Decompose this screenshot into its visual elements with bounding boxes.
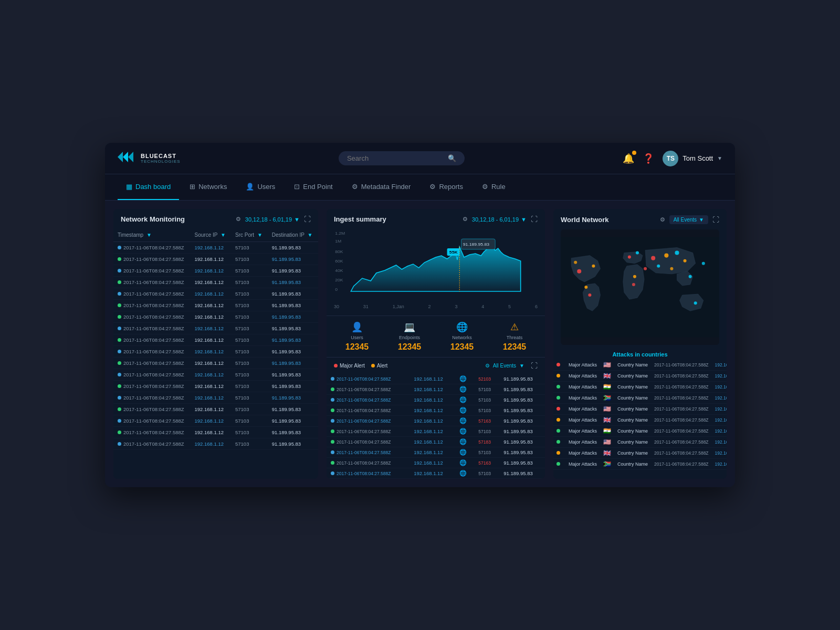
alert-src-ip: 192.168.1.12 (410, 437, 455, 447)
chart-area: 1.2M 1M 80K 60K 40K 20K 0 91.189.95.83 5… (327, 228, 545, 316)
table-row: 2017-11-06T08:04:27.588Z 192.168.1.12 57… (113, 300, 318, 311)
users-stat-label: Users (351, 335, 363, 340)
timestamp: 2017-11-06T08:04:27.588Z (123, 279, 184, 285)
attack-dot (556, 407, 560, 411)
nav-endpoint[interactable]: ⊡ End Point (286, 174, 341, 200)
threats-stat-icon: ⚠ (510, 321, 519, 333)
attack-ip: 192.168.1.12 (712, 459, 727, 470)
source-ip: 192.168.1.12 (191, 288, 231, 300)
date-filter[interactable]: 30,12,18 - 6,01,19 ▼ (245, 216, 300, 223)
search-input[interactable] (347, 154, 444, 162)
nav-users[interactable]: 👤 Users (237, 174, 284, 200)
table-row: 2017-11-06T08:04:27.588Z 192.168.1.12 57… (113, 242, 318, 254)
svg-text:0: 0 (335, 287, 338, 292)
alert-dest: 91.189.95.83 (499, 374, 545, 384)
attack-ts: 2017-11-06T08:04:27.588Z (651, 360, 712, 371)
ingest-filter-icon[interactable]: ⚙ (463, 216, 468, 223)
attack-ts: 2017-11-06T08:04:27.588Z (651, 437, 712, 448)
country-name: Country Name (614, 437, 651, 448)
help-icon[interactable]: ❓ (643, 153, 654, 164)
alert-globe-icon: 🌐 (455, 395, 474, 405)
alert-label: Alert (377, 363, 388, 369)
user-name: Tom Scott (682, 154, 713, 162)
status-dot (118, 361, 121, 365)
networks-stat-label: Networks (452, 335, 472, 340)
world-filter-icon[interactable]: ⚙ (660, 216, 665, 223)
notification-icon[interactable]: 🔔 (623, 153, 634, 164)
threats-stat-value: 12345 (503, 342, 527, 352)
source-ip: 192.168.1.12 (191, 346, 231, 358)
dashboard-icon: ▦ (126, 183, 132, 191)
svg-point-28 (689, 275, 692, 278)
alert-src-ip: 192.168.1.12 (410, 405, 455, 416)
source-ip: 192.168.1.12 (191, 369, 231, 381)
alert-dot (371, 364, 375, 368)
timestamp: 2017-11-06T08:04:27.588Z (123, 326, 184, 331)
attack-type: Major Attacks (565, 371, 600, 382)
attack-ts: 2017-11-06T08:04:27.588Z (651, 382, 712, 393)
alert-globe-icon: 🌐 (455, 384, 474, 395)
ingest-expand-icon[interactable]: ⛶ (531, 215, 538, 223)
svg-point-20 (592, 265, 595, 268)
network-table: Timestamp ▼ Source IP ▼ Src Port ▼ Desti… (113, 228, 318, 450)
alert-dest: 91.189.95.83 (499, 405, 545, 416)
status-dot (118, 257, 121, 261)
nav-reports[interactable]: ⚙ Reports (421, 174, 471, 200)
source-ip: 192.168.1.12 (191, 323, 231, 334)
dest-ip: 91.189.95.83 (268, 277, 318, 288)
country-name: Country Name (614, 459, 651, 470)
attack-ts: 2017-11-06T08:04:27.588Z (651, 371, 712, 382)
src-port: 57103 (231, 323, 268, 334)
ingest-controls: ⚙ 30,12,18 - 6,01,19 ▼ ⛶ (463, 215, 538, 223)
expand-icon[interactable]: ⛶ (304, 215, 311, 223)
col-source-ip[interactable]: Source IP ▼ (191, 228, 231, 242)
world-network-header: World Network ⚙ All Events ▼ ⛶ (553, 209, 727, 229)
attack-type: Major Attacks (565, 404, 600, 415)
search-bar[interactable]: 🔍 (339, 151, 465, 165)
chart-x-labels: 30311,Jan23456 (334, 304, 538, 311)
alert-src-ip: 192.168.1.12 (410, 426, 455, 437)
attack-ip: 192.168.1.12 (712, 360, 727, 371)
col-src-port[interactable]: Src Port ▼ (231, 228, 268, 242)
svg-point-29 (694, 301, 697, 304)
all-events-dropdown[interactable]: All Events ▼ (669, 215, 708, 224)
all-events-filter[interactable]: ⚙ All Events ▼ (485, 363, 524, 369)
users-icon: 👤 (246, 183, 254, 191)
status-dot (118, 407, 121, 411)
world-expand-icon[interactable]: ⛶ (712, 216, 719, 224)
src-port: 57103 (231, 369, 268, 381)
nav-dashboard[interactable]: ▦ Dash board (118, 174, 179, 200)
alert-ts: 2017-11-06T08:04:27.588Z (337, 429, 391, 434)
alert-src-ip: 192.168.1.12 (410, 374, 455, 384)
timestamp: 2017-11-06T08:04:27.588Z (123, 314, 184, 320)
alert-expand-icon[interactable]: ⛶ (531, 362, 538, 370)
stat-networks: 🌐 Networks 12345 (436, 321, 488, 352)
all-events-label: All Events (493, 363, 516, 369)
filter-icon[interactable]: ⚙ (236, 216, 241, 223)
country-name: Country Name (614, 360, 651, 371)
ingest-date-filter[interactable]: 30,12,18 - 6,01,19 ▼ (472, 216, 527, 223)
alert-src-ip: 192.168.1.12 (410, 468, 455, 479)
status-dot (118, 384, 121, 388)
alert-port: 57103 (474, 447, 499, 458)
col-timestamp[interactable]: Timestamp ▼ (113, 228, 191, 242)
user-info[interactable]: TS Tom Scott ▼ (663, 151, 722, 166)
src-port: 57103 (231, 358, 268, 369)
status-dot (118, 246, 121, 249)
nav-networks[interactable]: ⊞ Networks (181, 174, 235, 200)
src-port: 57103 (231, 265, 268, 277)
attack-ip: 192.168.1.12 (712, 426, 727, 437)
major-alert-dot (334, 364, 338, 368)
alert-globe-icon: 🌐 (455, 447, 474, 458)
table-row: 2017-11-06T08:04:27.588Z 192.168.1.12 57… (113, 381, 318, 392)
attack-dot (556, 385, 560, 388)
alert-badge: Alert (371, 363, 388, 369)
nav-dashboard-label: Dash board (135, 183, 171, 191)
col-dest-ip[interactable]: Destination IP ▼ (268, 228, 318, 242)
dest-ip: 91.189.95.83 (268, 242, 318, 254)
timestamp: 2017-11-06T08:04:27.588Z (123, 418, 184, 424)
nav-metadata[interactable]: ⚙ Metadata Finder (343, 174, 419, 200)
nav-rule[interactable]: ⚙ Rule (474, 174, 514, 200)
world-map-svg (561, 229, 719, 345)
alert-dot (331, 461, 334, 465)
